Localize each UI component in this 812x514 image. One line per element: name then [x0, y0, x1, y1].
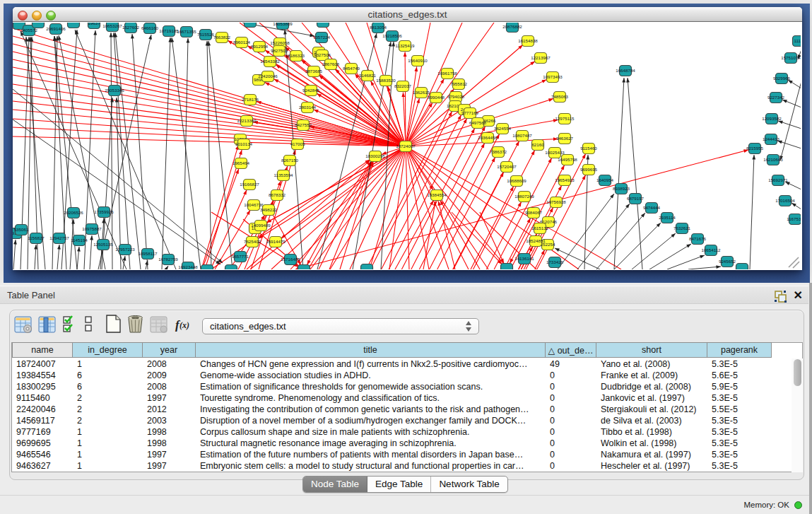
svg-text:17016504: 17016504 [775, 198, 795, 203]
svg-text:1640954: 1640954 [596, 177, 614, 182]
svg-text:1010134: 1010134 [235, 141, 253, 146]
svg-text:8938923: 8938923 [613, 186, 630, 191]
svg-text:19384554: 19384554 [427, 192, 447, 197]
svg-text:9474444: 9474444 [643, 205, 661, 210]
svg-text:10654112: 10654112 [701, 247, 721, 252]
svg-text:20876882: 20876882 [502, 24, 522, 29]
svg-text:16923448: 16923448 [178, 264, 198, 269]
svg-text:16671355: 16671355 [177, 29, 196, 34]
svg-text:15883520: 15883520 [376, 78, 396, 83]
svg-text:6794028: 6794028 [447, 94, 465, 99]
svg-text:9146821: 9146821 [359, 73, 377, 78]
svg-text:10688609: 10688609 [507, 178, 526, 183]
svg-text:10807487: 10807487 [512, 133, 532, 138]
svg-text:8267150: 8267150 [281, 158, 299, 163]
svg-text:8990448: 8990448 [428, 95, 445, 100]
svg-text:9115460: 9115460 [580, 146, 597, 151]
svg-text:1244413: 1244413 [763, 136, 780, 141]
svg-text:20364456: 20364456 [478, 135, 498, 140]
svg-text:7386372: 7386372 [490, 149, 507, 154]
svg-text:16154838: 16154838 [518, 38, 538, 43]
svg-text:7515526: 7515526 [197, 32, 215, 37]
svg-text:15716485: 15716485 [281, 257, 300, 262]
svg-text:6466160: 6466160 [141, 25, 159, 30]
svg-text:16782759: 16782759 [158, 257, 178, 262]
svg-text:10975887: 10975887 [82, 226, 102, 231]
svg-text:8813054: 8813054 [370, 25, 387, 30]
svg-text:16648784: 16648784 [616, 68, 635, 73]
svg-text:10958117: 10958117 [138, 251, 158, 256]
svg-text:7955812: 7955812 [450, 81, 468, 86]
svg-text:16543382: 16543382 [260, 59, 280, 64]
svg-text:19218506: 19218506 [382, 33, 402, 38]
svg-text:8454749: 8454749 [343, 66, 360, 71]
svg-text:1527602: 1527602 [122, 25, 140, 30]
svg-text:10046736: 10046736 [244, 202, 264, 207]
svg-text:20206526: 20206526 [64, 210, 83, 215]
svg-text:14136141: 14136141 [514, 256, 534, 261]
svg-text:11353594: 11353594 [273, 173, 293, 177]
svg-text:1145194: 1145194 [71, 238, 88, 243]
svg-text:9463627: 9463627 [556, 136, 574, 141]
svg-text:16961758: 16961758 [437, 71, 457, 76]
svg-text:9227342: 9227342 [767, 95, 785, 100]
svg-text:7485063: 7485063 [551, 94, 569, 99]
svg-text:9084067: 9084067 [525, 210, 543, 215]
svg-text:15226058: 15226058 [270, 40, 290, 45]
svg-text:16495798: 16495798 [558, 157, 577, 162]
svg-text:19166827: 19166827 [240, 182, 259, 187]
svg-text:18300295: 18300295 [365, 153, 385, 158]
svg-text:22420046: 22420046 [258, 74, 278, 78]
svg-text:12942757: 12942757 [49, 235, 69, 240]
svg-text:10719185: 10719185 [159, 28, 179, 33]
svg-text:19654923: 19654923 [555, 177, 575, 182]
svg-text:1362615: 1362615 [413, 90, 430, 95]
svg-text:535061: 535061 [14, 227, 29, 232]
svg-text:9242845: 9242845 [302, 88, 320, 93]
svg-text:16210643: 16210643 [763, 157, 783, 162]
svg-text:18807249: 18807249 [514, 194, 534, 199]
svg-text:15751074: 15751074 [781, 55, 801, 60]
svg-text:12213967: 12213967 [531, 55, 551, 60]
svg-text:3498222: 3498222 [260, 207, 278, 212]
svg-text:18524851: 18524851 [526, 238, 546, 243]
svg-text:1615132: 1615132 [531, 226, 549, 230]
svg-text:12505135: 12505135 [93, 242, 113, 247]
svg-text:19756928: 19756928 [546, 199, 566, 204]
svg-text:15640910: 15640910 [408, 58, 428, 63]
svg-text:9827503: 9827503 [271, 48, 288, 53]
svg-text:8215955: 8215955 [746, 146, 764, 151]
svg-text:18724007: 18724007 [396, 144, 416, 148]
svg-text:6879197: 6879197 [627, 196, 645, 201]
svg-text:29053346: 29053346 [105, 88, 124, 93]
svg-text:1167534: 1167534 [787, 216, 801, 221]
svg-text:62160: 62160 [531, 142, 544, 147]
svg-text:17359926: 17359926 [94, 209, 114, 214]
svg-text:9657771: 9657771 [232, 254, 249, 259]
svg-text:16053809: 16053809 [273, 23, 293, 26]
svg-text:2935114: 2935114 [659, 215, 676, 220]
svg-text:10025433: 10025433 [545, 150, 565, 155]
svg-text:8471676: 8471676 [689, 236, 707, 241]
svg-text:6497568: 6497568 [469, 120, 487, 125]
svg-text:2867608: 2867608 [322, 62, 340, 66]
svg-text:11325419: 11325419 [395, 43, 415, 48]
svg-text:16914479: 16914479 [266, 239, 286, 244]
svg-text:8427552: 8427552 [295, 122, 312, 127]
svg-text:20691406: 20691406 [46, 26, 66, 31]
svg-text:15720407: 15720407 [497, 164, 517, 169]
svg-text:9699695: 9699695 [580, 167, 598, 172]
svg-text:8186323: 8186323 [288, 53, 305, 58]
svg-text:7357224: 7357224 [313, 35, 331, 40]
svg-text:3873685: 3873685 [305, 69, 323, 74]
svg-text:9245652: 9245652 [719, 259, 736, 264]
svg-text:2803144: 2803144 [299, 105, 317, 110]
svg-text:10653267: 10653267 [102, 23, 122, 28]
svg-text:8912954: 8912954 [251, 44, 269, 49]
svg-text:8322037: 8322037 [394, 83, 412, 88]
svg-text:1733426: 1733426 [546, 259, 564, 264]
svg-text:1965494: 1965494 [233, 160, 250, 165]
svg-text:17957223: 17957223 [115, 247, 135, 252]
svg-text:7632621: 7632621 [673, 226, 691, 230]
svg-text:417005: 417005 [290, 141, 305, 146]
